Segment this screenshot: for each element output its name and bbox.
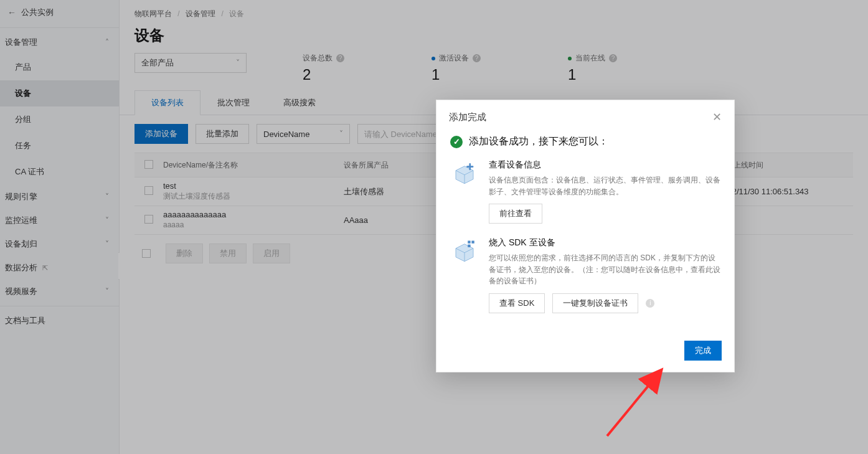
option-desc: 您可以依照您的需求，前往选择不同的语言的 SDK，并复制下方的设备证书，烧入至您… xyxy=(489,252,720,287)
app-root: ← 公共实例 设备管理 ˄ 产品 设备 分组 任务 CA 证书 规则引擎 ˅ 监… xyxy=(0,0,868,454)
go-view-button[interactable]: 前往查看 xyxy=(489,204,542,224)
option-view-device-info: 查看设备信息 设备信息页面包含：设备信息、运行状态、事件管理、服务调用、设备影子… xyxy=(450,159,720,224)
success-line: ✓ 添加设备成功，接下来您可以： xyxy=(450,135,720,148)
svg-rect-1 xyxy=(471,241,474,244)
option-title: 烧入 SDK 至设备 xyxy=(489,237,720,248)
modal-body: ✓ 添加设备成功，接下来您可以： 查看设备信息 设备信息页面包含：设备信息、运行… xyxy=(436,130,734,333)
option-desc: 设备信息页面包含：设备信息、运行状态、事件管理、服务调用、设备影子、文件管理等设… xyxy=(489,174,720,197)
svg-rect-0 xyxy=(468,241,470,244)
cube-plus-icon xyxy=(450,159,479,188)
copy-cert-button[interactable]: 一键复制设备证书 xyxy=(552,293,638,313)
modal-header: 添加完成 ✕ xyxy=(436,100,734,130)
cube-sdk-icon xyxy=(450,237,479,266)
modal-title: 添加完成 xyxy=(449,111,486,123)
modal-footer: 完成 xyxy=(436,333,734,372)
add-complete-modal: 添加完成 ✕ ✓ 添加设备成功，接下来您可以： 查看设备信息 xyxy=(436,100,735,372)
option-burn-sdk: 烧入 SDK 至设备 您可以依照您的需求，前往选择不同的语言的 SDK，并复制下… xyxy=(450,237,720,313)
view-sdk-button[interactable]: 查看 SDK xyxy=(489,293,545,313)
check-circle-icon: ✓ xyxy=(450,136,463,148)
success-text: 添加设备成功，接下来您可以： xyxy=(469,135,608,148)
info-icon[interactable]: i xyxy=(646,299,654,308)
option-title: 查看设备信息 xyxy=(489,159,720,171)
svg-rect-2 xyxy=(468,245,470,247)
close-icon[interactable]: ✕ xyxy=(712,110,722,124)
modal-overlay[interactable] xyxy=(0,0,868,454)
finish-button[interactable]: 完成 xyxy=(684,341,722,361)
